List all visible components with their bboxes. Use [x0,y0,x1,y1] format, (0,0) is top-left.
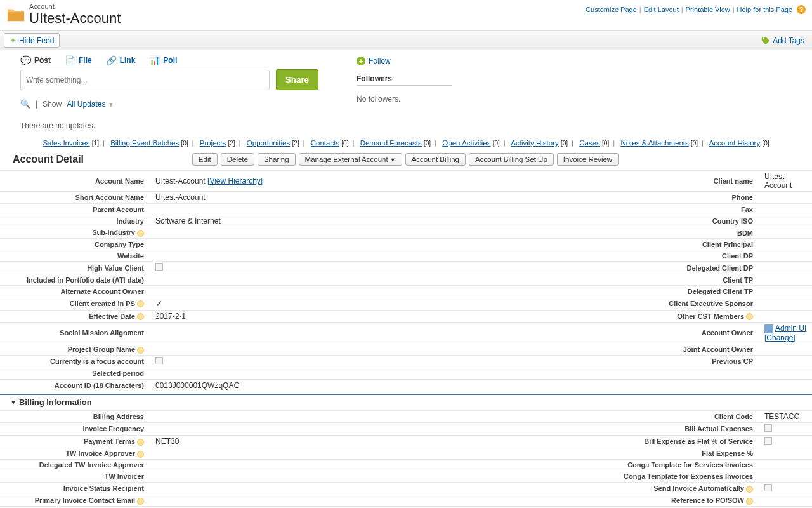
follow-panel: + Follow Followers No followers. [357,55,452,130]
related-link[interactable]: Billing Event Batches [110,139,179,147]
search-icon[interactable]: 🔍 [20,99,30,109]
owner-link[interactable]: Admin UI [775,324,806,333]
triangle-down-icon: ▼ [10,399,16,406]
field-label: Send Invoice Automatically [555,482,758,495]
change-owner-link[interactable]: [Change] [764,333,796,342]
field-value [149,286,555,297]
share-button[interactable]: Share [276,69,318,90]
field-label: Flat Expense % [555,448,758,459]
help-icon[interactable]: ? [797,5,806,14]
field-label: Delegated TW Invoice Approver [0,459,149,471]
field-label: Selected period [0,368,149,379]
related-link[interactable]: Sales Invoices [43,139,89,147]
field-label: Billing Address [0,410,149,423]
field-label: Country ISO [555,215,758,227]
account-billing-setup-button[interactable]: Account Billing Set Up [469,153,554,166]
info-icon[interactable] [746,498,753,505]
field-value [758,459,812,471]
info-icon[interactable] [746,313,753,320]
feed-filter-select[interactable]: All Updates ▼ [67,100,114,109]
related-link[interactable]: Account History [709,139,761,147]
field-value [758,355,812,368]
publisher-tab-poll[interactable]: 📊Poll [149,55,177,65]
field-value [758,239,812,250]
field-label: Company Type [0,239,149,250]
field-value [149,262,555,274]
followers-heading: Followers [357,74,452,83]
add-tags-button[interactable]: Add Tags [757,34,808,47]
edit-layout-link[interactable]: Edit Layout [644,6,679,13]
related-link[interactable]: Opportunities [247,139,290,147]
field-label: Bill Actual Expenses [555,422,758,435]
field-label: Conga Template for Services Invoices [555,459,758,471]
hide-feed-button[interactable]: ✦ Hide Feed [4,33,60,48]
publisher-tabs: 💬Post 📄File 🔗Link 📊Poll [20,55,318,65]
field-label: Delegated Client TP [555,286,758,297]
field-value [149,459,555,471]
checkbox-unchecked-icon [764,424,772,432]
printable-view-link[interactable]: Printable View [686,6,730,13]
field-label: Reference to PO/SOW [555,495,758,506]
record-title: UItest-Account [29,10,121,27]
info-icon[interactable] [746,486,753,493]
field-label: Client DP [555,250,758,262]
info-icon[interactable] [137,439,144,446]
field-value [149,422,555,435]
related-link[interactable]: Activity History [511,139,558,147]
show-label: Show [43,100,62,109]
followers-divider [357,85,452,86]
billing-section-header[interactable]: ▼ Billing Information [0,395,812,410]
billing-detail-table: Billing Address Client CodeTESTACC Invoi… [0,410,812,508]
field-value [758,435,812,448]
record-type-label: Account [29,3,121,10]
account-billing-button[interactable]: Account Billing [405,153,466,166]
related-link[interactable]: Cases [579,139,600,147]
info-icon[interactable] [137,230,144,237]
svg-point-0 [763,37,764,39]
account-detail-table: Account Name UItest-Account [View Hierar… [0,170,812,391]
delete-button[interactable]: Delete [221,153,254,166]
billing-section-title: Billing Information [19,398,92,407]
field-value [149,239,555,250]
header-actions: Customize Page| Edit Layout| Printable V… [586,3,806,14]
field-value: UItest-Account [149,192,555,204]
field-value [758,192,812,204]
field-value [758,297,812,311]
info-icon[interactable] [137,300,144,307]
view-hierarchy-link[interactable]: [View Hierarchy] [207,177,263,185]
field-value [758,262,812,274]
field-value: NET30 [149,435,555,448]
help-link[interactable]: Help for this Page [737,6,792,13]
info-icon[interactable] [137,498,144,505]
related-link[interactable]: Notes & Attachments [620,139,688,147]
detail-buttons: Edit Delete Sharing Manage External Acco… [91,153,719,166]
field-label: Client created in PS [0,297,149,311]
publisher-tab-link[interactable]: 🔗Link [106,55,136,65]
sharing-button[interactable]: Sharing [258,153,296,166]
manage-external-button[interactable]: Manage External Account▼ [299,153,402,166]
follow-button[interactable]: + Follow [357,57,452,65]
field-value [758,227,812,239]
related-link[interactable]: Open Activities [442,139,490,147]
info-icon[interactable] [137,347,144,354]
field-label: Industry [0,215,149,227]
followers-empty: No followers. [357,95,452,104]
related-link[interactable]: Projects [200,139,226,147]
related-link[interactable]: Contacts [311,139,339,147]
invoice-review-button[interactable]: Invoice Review [557,153,619,166]
field-label: Client Principal [555,239,758,250]
customize-page-link[interactable]: Customize Page [586,6,637,13]
field-label: Phone [555,192,758,204]
field-label: Previous CP [555,355,758,368]
related-link[interactable]: Demand Forecasts [360,139,422,147]
publisher-tab-post[interactable]: 💬Post [20,55,51,65]
feed-filter: 🔍 | Show All Updates ▼ [20,99,318,109]
info-icon[interactable] [137,313,144,320]
field-value [758,422,812,435]
publisher-tab-file[interactable]: 📄File [65,55,92,65]
edit-button[interactable]: Edit [192,153,218,166]
field-value [149,323,555,344]
info-icon[interactable] [137,451,144,458]
compose-input[interactable] [20,70,270,90]
field-value [149,471,555,482]
